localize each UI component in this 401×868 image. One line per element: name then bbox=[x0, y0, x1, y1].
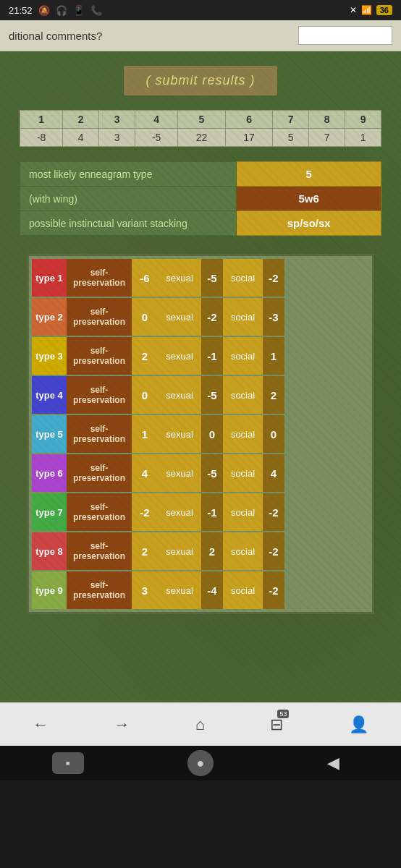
info-table: most likely enneagram type 5 (with wing)… bbox=[20, 161, 381, 236]
type-sx-val-6: -5 bbox=[201, 454, 223, 492]
type-sp-label-5: self- preservation bbox=[67, 415, 132, 453]
type-sp-val-7: -2 bbox=[132, 493, 158, 531]
type-num-5: type 5 bbox=[32, 415, 67, 453]
time: 21:52 bbox=[9, 5, 33, 16]
system-nav: ▪ ● ◀ bbox=[0, 746, 401, 780]
top-bar: ditional comments? bbox=[0, 20, 401, 51]
home-sys-button[interactable]: ● bbox=[187, 750, 214, 776]
info-value-wing: 5w6 bbox=[237, 187, 381, 211]
type-sx-val-9: -4 bbox=[201, 571, 223, 609]
type-sp-val-6: 4 bbox=[132, 454, 158, 492]
tabs-button[interactable]: ⊟ 53 bbox=[258, 710, 295, 740]
type-sx-val-3: -1 bbox=[201, 337, 223, 375]
type-row-4: type 4 self- preservation 0 sexual -5 so… bbox=[32, 376, 369, 414]
score-header-7: 7 bbox=[273, 111, 309, 129]
type-sp-label-4: self- preservation bbox=[67, 376, 132, 414]
type-so-label-4: social bbox=[223, 376, 263, 414]
home-button[interactable]: ⌂ bbox=[184, 710, 216, 740]
score-header-9: 9 bbox=[345, 111, 381, 129]
recent-apps-button[interactable]: ▪ bbox=[52, 752, 84, 774]
score-header-8: 8 bbox=[309, 111, 345, 129]
type-sx-label-9: sexual bbox=[158, 571, 201, 609]
info-label-type: most likely enneagram type bbox=[20, 162, 237, 187]
type-row-8: type 8 self- preservation 2 sexual 2 soc… bbox=[32, 532, 369, 570]
x-icon: ✕ bbox=[350, 5, 357, 15]
headphone-icon: 🎧 bbox=[56, 5, 67, 16]
info-value-stacking: sp/so/sx bbox=[237, 211, 381, 236]
comments-input[interactable] bbox=[298, 26, 392, 45]
type-sx-label-8: sexual bbox=[158, 532, 201, 570]
type-row-5: type 5 self- preservation 1 sexual 0 soc… bbox=[32, 415, 369, 453]
info-row-type: most likely enneagram type 5 bbox=[20, 162, 381, 187]
type-sp-val-9: 3 bbox=[132, 571, 158, 609]
battery-indicator: 36 bbox=[376, 5, 392, 15]
type-sx-label-2: sexual bbox=[158, 298, 201, 336]
score-val-2: 4 bbox=[63, 129, 99, 147]
type-so-label-6: social bbox=[223, 454, 263, 492]
type-row-2: type 2 self- preservation 0 sexual -2 so… bbox=[32, 298, 369, 336]
score-val-7: 5 bbox=[273, 129, 309, 147]
submit-button[interactable]: ( submit results ) bbox=[124, 66, 277, 95]
type-sp-label-6: self- preservation bbox=[67, 454, 132, 492]
type-sp-label-9: self- preservation bbox=[67, 571, 132, 609]
type-so-label-3: social bbox=[223, 337, 263, 375]
comments-label: ditional comments? bbox=[9, 30, 102, 42]
type-sx-val-2: -2 bbox=[201, 298, 223, 336]
type-so-val-4: 2 bbox=[263, 376, 284, 414]
type-so-label-5: social bbox=[223, 415, 263, 453]
forward-button[interactable]: → bbox=[102, 710, 141, 740]
profile-button[interactable]: 👤 bbox=[337, 710, 380, 740]
score-val-6: 17 bbox=[225, 129, 273, 147]
score-header-1: 1 bbox=[20, 111, 63, 129]
type-num-9: type 9 bbox=[32, 571, 67, 609]
type-num-8: type 8 bbox=[32, 532, 67, 570]
back-button[interactable]: ← bbox=[21, 710, 60, 740]
type-sp-label-1: self- preservation bbox=[67, 259, 132, 297]
type-sx-val-4: -5 bbox=[201, 376, 223, 414]
type-so-label-2: social bbox=[223, 298, 263, 336]
status-bar: 21:52 🔕 🎧 📱 📞 ✕ 📶 36 bbox=[0, 0, 401, 20]
type-so-label-8: social bbox=[223, 532, 263, 570]
info-row-stacking: possible instinctual variant stacking sp… bbox=[20, 211, 381, 236]
score-header-5: 5 bbox=[178, 111, 226, 129]
type-sp-val-3: 2 bbox=[132, 337, 158, 375]
bottom-nav: ← → ⌂ ⊟ 53 👤 bbox=[0, 702, 401, 746]
type-sx-label-6: sexual bbox=[158, 454, 201, 492]
wifi-icon: 📶 bbox=[361, 5, 372, 15]
type-sx-val-8: 2 bbox=[201, 532, 223, 570]
type-num-3: type 3 bbox=[32, 337, 67, 375]
type-so-val-5: 0 bbox=[263, 415, 284, 453]
type-sp-val-4: 0 bbox=[132, 376, 158, 414]
type-sx-label-3: sexual bbox=[158, 337, 201, 375]
score-val-5: 22 bbox=[178, 129, 226, 147]
type-row-3: type 3 self- preservation 2 sexual -1 so… bbox=[32, 337, 369, 375]
info-label-wing: (with wing) bbox=[20, 187, 237, 211]
type-sp-val-8: 2 bbox=[132, 532, 158, 570]
score-val-4: -5 bbox=[135, 129, 178, 147]
info-value-type: 5 bbox=[237, 162, 381, 187]
type-sx-label-7: sexual bbox=[158, 493, 201, 531]
back-sys-button[interactable]: ◀ bbox=[317, 752, 349, 774]
type-so-val-9: -2 bbox=[263, 571, 284, 609]
type-so-val-7: -2 bbox=[263, 493, 284, 531]
type-sp-val-1: -6 bbox=[132, 259, 158, 297]
main-content: ( submit results ) 1 2 3 4 5 6 7 8 9 -8 … bbox=[0, 51, 401, 702]
type-sp-val-2: 0 bbox=[132, 298, 158, 336]
type-so-val-2: -3 bbox=[263, 298, 284, 336]
info-row-wing: (with wing) 5w6 bbox=[20, 187, 381, 211]
types-grid: type 1 self- preservation -6 sexual -5 s… bbox=[27, 254, 374, 614]
status-right: ✕ 📶 36 bbox=[350, 5, 392, 15]
type-so-label-9: social bbox=[223, 571, 263, 609]
type-so-val-1: -2 bbox=[263, 259, 284, 297]
type-so-label-1: social bbox=[223, 259, 263, 297]
type-num-2: type 2 bbox=[32, 298, 67, 336]
score-header-3: 3 bbox=[99, 111, 135, 129]
tabs-badge: ⊟ 53 bbox=[270, 715, 283, 734]
score-header-6: 6 bbox=[225, 111, 273, 129]
type-sx-label-4: sexual bbox=[158, 376, 201, 414]
type-num-1: type 1 bbox=[32, 259, 67, 297]
type-num-4: type 4 bbox=[32, 376, 67, 414]
type-so-val-3: 1 bbox=[263, 337, 284, 375]
type-sp-label-2: self- preservation bbox=[67, 298, 132, 336]
type-sp-label-3: self- preservation bbox=[67, 337, 132, 375]
